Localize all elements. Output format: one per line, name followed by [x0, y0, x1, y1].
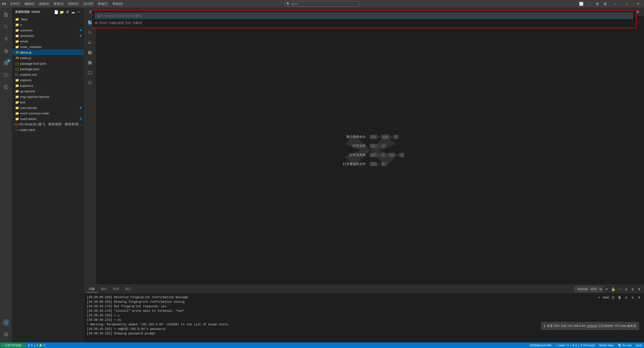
menu-run[interactable]: 运行(R) — [81, 1, 96, 7]
sidebar-item-extensions[interactable]: 19 — [0, 57, 12, 69]
list-item[interactable]: JS demo.js — [12, 50, 84, 55]
terminal-close-icon[interactable]: ✕ — [636, 286, 642, 292]
notification-link[interactable]: details — [588, 324, 596, 328]
statusbar-right: 16566@nanli MIN ⑂ main* ↺ + ⊘ 0 △ 0 Git … — [527, 342, 644, 348]
refresh-icon[interactable]: ↺ — [65, 10, 70, 14]
git-status[interactable]: ⑂ main* ↺ + ⊘ 0 △ 0 Git Graph — [554, 342, 597, 348]
list-item[interactable]: 📁 vue2-common-main — [12, 110, 84, 116]
shortcut-label: 打开文件 — [336, 144, 366, 148]
terminal-collapse-icon[interactable]: ∧ — [623, 286, 629, 292]
list-item[interactable]: </> index.html — [12, 127, 84, 133]
tab-ports[interactable]: 端口 — [122, 286, 134, 292]
list-item[interactable]: 📁 devtools2 — [12, 33, 84, 38]
notification-text: 设置 SSH 主机 192.168.0.64: (details) 正在初始化 … — [547, 324, 636, 328]
activity-bar-bottom: 👤 — [0, 316, 12, 342]
list-item[interactable]: 📁 vue-canvas — [12, 105, 84, 110]
key-plus: + — [378, 135, 380, 139]
list-item[interactable]: 📁 email — [12, 38, 84, 44]
file-badge — [80, 107, 82, 109]
account-icon[interactable]: 👤 — [0, 316, 12, 328]
delete-terminal-icon[interactable]: 🗑 — [617, 295, 622, 300]
file-badge — [80, 35, 82, 37]
more-icon[interactable]: ⋯ — [76, 10, 81, 14]
list-item[interactable]: 📁 express1 — [12, 83, 84, 88]
editor-left-source-control-icon[interactable] — [86, 38, 94, 47]
terminal-list-icon[interactable]: ≡ — [604, 286, 609, 292]
list-item[interactable]: 📁 node_modules — [12, 44, 84, 50]
layout-icon-1[interactable]: ⬜ — [578, 1, 585, 7]
list-item[interactable]: 📁 qs-npmzw — [12, 88, 84, 94]
shortcut-list: 显示所有命令 Ctrl + Shift + P 打开文件 Ctrl — [336, 135, 404, 166]
tab-issues[interactable]: 问题 — [86, 286, 98, 292]
list-item[interactable]: 📁 express — [12, 77, 84, 83]
sidebar-item-timeline[interactable] — [0, 81, 12, 93]
layout-icon-4[interactable]: ⊞ — [602, 1, 609, 7]
editor-left-run-icon[interactable] — [86, 49, 94, 57]
key-plus2: + — [396, 153, 398, 157]
sidebar-title: 资源管理器: DEMO — [15, 10, 40, 14]
menu-goto[interactable]: 转到(G) — [66, 1, 80, 7]
scroll-down-icon[interactable]: ∨ — [630, 295, 635, 300]
spell-status[interactable]: Spell — [634, 342, 644, 348]
scroll-up-icon[interactable]: ∧ — [623, 295, 629, 300]
editor-left-extensions-icon[interactable] — [86, 59, 94, 67]
menu-terminal[interactable]: 终端(T) — [96, 1, 110, 7]
editor-left-remote-icon[interactable] — [86, 69, 94, 77]
editor-left-history-icon[interactable] — [86, 79, 94, 87]
titlebar-search[interactable]: 🔍 demo — [284, 1, 360, 7]
cloud-icon[interactable]: ☁ — [71, 10, 75, 14]
sidebar-item-search[interactable] — [0, 21, 12, 33]
shortcut-item: 打开最近的文件 Ctrl + R — [336, 162, 404, 166]
list-item[interactable]: 📁 common — [12, 27, 84, 33]
folder-icon: 📁 — [15, 28, 19, 32]
terminal-more-icon[interactable]: ⋯ — [617, 286, 622, 292]
tab-terminal[interactable]: 终端 — [110, 286, 122, 292]
terminal-dropdown[interactable]: Remote - SSH — [575, 286, 603, 292]
terminal-lock-icon[interactable]: 🔒 — [610, 286, 616, 292]
watch-sass-status[interactable]: Watch Sass — [597, 342, 616, 348]
layout-icon-2[interactable]: ⬛ — [586, 1, 593, 7]
terminal-expand-icon[interactable]: ∨ — [630, 286, 635, 292]
list-item[interactable]: 📁 .idea — [12, 16, 84, 22]
git-branch-icon: ⑂ — [556, 344, 557, 347]
list-item[interactable]: 📁 test — [12, 99, 84, 105]
password-input[interactable] — [97, 14, 631, 18]
menu-view[interactable]: 查看(V) — [52, 1, 66, 7]
list-item[interactable]: PDF 01-NodeJS (复习、模块使用、模块原理) .pdf — [12, 122, 84, 127]
settings-icon[interactable] — [0, 328, 12, 340]
list-item[interactable]: JS index.js — [12, 55, 84, 61]
new-file-icon[interactable]: 📄 — [54, 10, 59, 14]
split-terminal-icon[interactable]: ⊡ — [610, 295, 616, 300]
new-folder-icon[interactable]: 📁 — [60, 10, 64, 14]
maximize-button[interactable]: □ — [621, 0, 632, 8]
sidebar-item-run-debug[interactable] — [0, 45, 12, 57]
user-status[interactable]: 16566@nanli MIN — [527, 342, 553, 348]
sidebar-item-files[interactable] — [0, 9, 12, 21]
menu-edit[interactable]: 编辑(E) — [22, 1, 36, 7]
editor-left-search-icon[interactable] — [86, 28, 94, 36]
list-item[interactable]: { } package.json — [12, 66, 84, 72]
list-item[interactable]: M↓ readme.md — [12, 72, 84, 77]
sidebar-item-source-control[interactable] — [0, 33, 12, 45]
list-item[interactable]: 📁 svg-captcha-npmzw — [12, 94, 84, 99]
password-input-wrapper[interactable] — [95, 13, 633, 19]
layout-icon-3[interactable]: ⚙ — [594, 1, 601, 7]
file-label: index.html — [20, 128, 35, 132]
menu-file[interactable]: 文件(F) — [8, 1, 22, 7]
errors-status[interactable]: ⊘ 0 △ 0 🔔 0 — [26, 342, 47, 348]
list-item[interactable]: { } package-lock.json — [12, 61, 84, 66]
close-button[interactable]: ✕ — [632, 0, 644, 8]
terminal-line: [16:38:10.193] > y — [87, 313, 641, 318]
minimize-button[interactable]: ─ — [609, 0, 621, 8]
list-item[interactable]: 📁 vue3-demo — [12, 116, 84, 122]
add-terminal-button[interactable]: + — [596, 295, 602, 300]
sidebar-item-remote-explorer[interactable] — [0, 69, 12, 81]
menu-help[interactable]: 帮助(H) — [110, 1, 125, 7]
search-icon: 🔍 — [287, 2, 290, 6]
tab-output[interactable]: 输出 — [98, 286, 110, 292]
remote-status[interactable]: ⌁ 正在打开远程... — [0, 342, 26, 348]
close-terminal-icon[interactable]: ✕ — [636, 295, 642, 300]
list-item[interactable]: 📁 a — [12, 22, 84, 27]
go-live-status[interactable]: 📡 Go Live — [616, 342, 634, 348]
menu-select[interactable]: 选择(S) — [37, 1, 51, 7]
